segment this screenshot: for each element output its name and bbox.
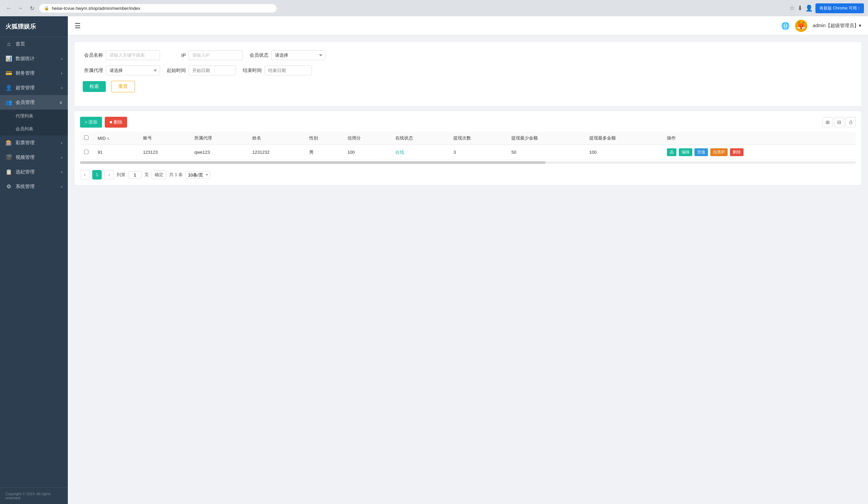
avatar-image: 🦊: [796, 21, 806, 30]
withdraw-count-col: 提现次数: [449, 132, 507, 145]
sidebar-item-label-system: 系统管理: [16, 184, 34, 190]
status-label: 会员状态: [248, 52, 269, 58]
withdraw-max-col: 提现最多金额: [585, 132, 663, 145]
account-cell: 123123: [139, 145, 190, 160]
bulk-delete-button[interactable]: ■ 删除: [105, 117, 127, 128]
hamburger-icon[interactable]: ☰: [75, 22, 81, 30]
table-actions: + 添加 ■ 删除 ⊞ ⊟ ⎙: [80, 117, 856, 128]
profile-icon[interactable]: 👤: [805, 4, 813, 12]
op-delete-button[interactable]: 删除: [730, 148, 744, 156]
home-icon: ⌂: [6, 41, 12, 47]
election-icon: 📋: [6, 169, 12, 175]
withdraw-min-cell: 50: [507, 145, 585, 160]
name-col: 姓名: [248, 132, 305, 145]
grid-view-button[interactable]: ⊞: [823, 117, 833, 127]
horizontal-scrollbar[interactable]: [80, 161, 856, 164]
address-bar[interactable]: 🔒 heise-tcvue.hwym.shop/admin/member/ind…: [39, 4, 277, 12]
op-blackip-button[interactable]: 拉黑IP: [710, 148, 727, 156]
sidebar-logo: 火狐狸娱乐: [0, 16, 68, 37]
user-label[interactable]: admin【超级管理员】▾: [813, 23, 861, 29]
credit-col: 信用分: [343, 132, 392, 145]
print-button[interactable]: ⎙: [846, 117, 856, 127]
gear-icon: ⚙: [6, 183, 12, 190]
online-status-col: 在线状态: [391, 132, 449, 145]
sidebar-item-agent-list[interactable]: 代理列表: [0, 110, 68, 122]
header-row: MID ⇅ 账号 所属代理 姓名 性别 信用分 在线状态 提现次数 提现最: [80, 132, 856, 145]
sidebar-item-data-stats[interactable]: 📊 数据统计 ›: [0, 51, 68, 66]
status-field: 会员状态 请选择 在线 离线: [248, 50, 326, 60]
sidebar-item-member-mgmt[interactable]: 👥 会员管理 ∨: [0, 95, 68, 110]
sidebar-item-label-member: 会员管理: [16, 99, 34, 105]
sidebar-item-video[interactable]: 🎬 视频管理 ›: [0, 150, 68, 164]
globe-icon[interactable]: 🌐: [781, 22, 790, 30]
add-button[interactable]: + 添加: [80, 117, 102, 128]
sidebar-item-finance[interactable]: 💳 财务管理 ›: [0, 66, 68, 80]
chevron-right-icon-5: ›: [61, 155, 62, 160]
row-checkbox-cell: [80, 145, 94, 160]
chevron-down-icon: ∨: [59, 100, 62, 105]
pagination: ‹ 1 › 到第 页 确定 共 1 条 10条/页 20条/页 50条/页: [80, 170, 856, 180]
start-date-input[interactable]: [188, 65, 236, 75]
content-area: 会员名称 IP 会员状态 请选择 在线 离线: [68, 35, 868, 504]
status-select[interactable]: 请选择 在线 离线: [271, 50, 326, 60]
member-table: MID ⇅ 账号 所属代理 姓名 性别 信用分 在线状态 提现次数 提现最: [80, 132, 856, 160]
top-header: ☰ 🌐 🦊 admin【超级管理员】▾: [68, 16, 868, 35]
end-date-input[interactable]: [265, 65, 312, 75]
op-crystal-button[interactable]: 晶: [667, 148, 676, 156]
agent-select[interactable]: 请选择: [106, 65, 160, 75]
reload-button[interactable]: ↻: [27, 3, 37, 13]
mid-col: MID ⇅: [94, 132, 139, 145]
ops-col: 操作: [663, 132, 856, 145]
download-icon[interactable]: ⬇: [797, 4, 803, 12]
chart-icon: 📊: [6, 55, 12, 62]
page-1-button[interactable]: 1: [92, 170, 102, 180]
reset-button[interactable]: 重置: [111, 81, 135, 92]
chevron-right-icon-7: ›: [61, 184, 62, 189]
op-edit-button[interactable]: 编辑: [679, 148, 692, 156]
ip-label: IP: [165, 53, 186, 58]
sidebar-item-super-admin[interactable]: 👤 超管管理 ›: [0, 80, 68, 95]
sidebar-item-home[interactable]: ⌂ 首页: [0, 37, 68, 51]
goto-confirm-button[interactable]: 确定: [152, 170, 166, 179]
chrome-update-button[interactable]: 有新版 Chrome 可用 ↑: [815, 3, 864, 13]
sidebar-footer: Copyright © 2019. All rights reserved.: [0, 487, 68, 504]
star-icon[interactable]: ☆: [789, 4, 795, 12]
goto-page-input[interactable]: [128, 171, 142, 179]
sidebar-item-system[interactable]: ⚙ 系统管理 ›: [0, 179, 68, 194]
table-scroll-container[interactable]: MID ⇅ 账号 所属代理 姓名 性别 信用分 在线状态 提现次数 提现最: [80, 132, 856, 165]
sidebar-item-member-list[interactable]: 会员列表: [0, 122, 68, 135]
sidebar-item-lottery[interactable]: 🎰 彩票管理 ›: [0, 135, 68, 150]
member-name-field: 会员名称: [83, 50, 160, 60]
sidebar-item-label-election: 选妃管理: [16, 169, 34, 175]
withdraw-count-cell: 3: [449, 145, 507, 160]
select-all-checkbox[interactable]: [84, 135, 89, 140]
search-row-2: 所属代理 请选择 起始时间 结束时间: [83, 65, 853, 75]
table-row: 91 123123 qwe123 1231232 男 100 在线 3: [80, 145, 856, 160]
sort-icon[interactable]: ⇅: [107, 137, 110, 141]
prev-page-button[interactable]: ‹: [80, 170, 90, 180]
back-button[interactable]: ←: [4, 3, 13, 13]
sidebar-item-label-super-admin: 超管管理: [16, 85, 34, 91]
row-checkbox[interactable]: [84, 150, 89, 154]
op-charge-button[interactable]: 充值: [694, 148, 708, 156]
agent-col: 所属代理: [190, 132, 248, 145]
member-name-input[interactable]: [106, 50, 160, 60]
avatar: 🦊: [795, 20, 807, 32]
sidebar-item-election[interactable]: 📋 选妃管理 ›: [0, 164, 68, 179]
list-view-button[interactable]: ⊟: [834, 117, 844, 127]
online-status-badge: 在线: [395, 150, 404, 155]
scrollbar-thumb: [80, 161, 546, 164]
ip-input[interactable]: [188, 50, 243, 60]
video-icon: 🎬: [6, 154, 12, 161]
chevron-right-icon-4: ›: [61, 141, 62, 145]
per-page-select[interactable]: 10条/页 20条/页 50条/页: [185, 171, 210, 179]
forward-button[interactable]: →: [16, 3, 25, 13]
chevron-right-icon-2: ›: [61, 71, 62, 76]
next-page-button[interactable]: ›: [104, 170, 114, 180]
group-icon: 👥: [6, 99, 12, 105]
chevron-right-icon: ›: [61, 56, 62, 61]
end-time-field: 结束时间: [241, 65, 312, 75]
gender-cell: 男: [305, 145, 343, 160]
search-button[interactable]: 检索: [83, 81, 106, 92]
sidebar-item-label-video: 视频管理: [16, 154, 34, 161]
